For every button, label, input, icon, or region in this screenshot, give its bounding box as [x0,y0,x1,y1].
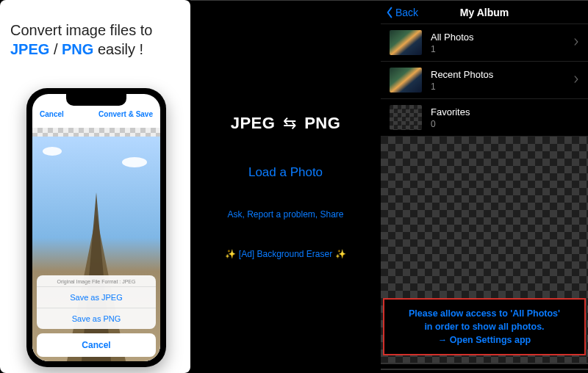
album-row-title: Favorites [431,106,470,117]
album-row-count: 0 [431,119,470,129]
ad-link[interactable]: ✨[Ad] Background Eraser✨ [222,249,349,259]
editor-convert-button[interactable]: Convert & Save [98,110,153,118]
warning-line-2: in order to show all photos. [389,320,580,333]
warning-line-3: → Open Settings app [389,333,580,347]
title-png: PNG [304,114,340,132]
editor-nav: Cancel Convert & Save [32,110,160,118]
back-button[interactable]: Back [385,7,418,18]
sparkle-icon: ✨ [335,249,346,259]
phone-mockup: Cancel Convert & Save Original Image Fil… [26,88,166,367]
marketing-headline: Convert image files to JPEG / PNG easily… [0,0,190,59]
album-list: All Photos1Recent Photos1Favorites0 [381,24,588,137]
album-row-count: 1 [431,44,474,54]
action-sheet-title: Original Image File Format : JPEG [37,275,156,286]
album-row-text: Recent Photos1 [431,69,493,92]
phone-notch-icon [66,94,126,106]
chevron-right-icon [573,36,579,49]
action-sheet: Original Image File Format : JPEG Save a… [32,271,160,361]
chevron-left-icon [385,7,394,18]
album-row-title: Recent Photos [431,69,493,80]
headline-jpeg: JPEG [10,41,49,57]
action-sheet-card: Original Image File Format : JPEG Save a… [37,275,156,329]
headline-sep: / [49,41,62,57]
album-nav: Back My Album [381,1,588,24]
album-row[interactable]: Recent Photos1 [381,62,588,99]
marketing-panel: Convert image files to JPEG / PNG easily… [0,0,190,373]
sparkle-icon: ✨ [225,249,236,259]
album-title: My Album [460,7,509,18]
save-as-jpeg-button[interactable]: Save as JPEG [37,286,156,308]
save-as-png-button[interactable]: Save as PNG [37,308,156,329]
cloud-icon [122,157,147,167]
footer-divider [381,363,588,373]
phone-screen: Cancel Convert & Save Original Image Fil… [32,94,160,361]
album-row[interactable]: All Photos1 [381,24,588,62]
chevron-right-icon [573,73,579,87]
headline-text-post: easily ! [93,41,143,57]
permission-warning[interactable]: Please allow access to 'All Photos' in o… [383,298,586,355]
swap-arrows-icon: ⇆ [283,114,297,132]
headline-png: PNG [62,41,93,57]
album-row-text: Favorites0 [431,106,470,129]
album-row[interactable]: Favorites0 [381,99,588,137]
cloud-icon [43,147,62,156]
album-thumbnail-photo-icon [390,30,422,55]
warning-line-1: Please allow access to 'All Photos' [389,307,580,320]
back-label: Back [395,7,418,18]
ad-text: [Ad] Background Eraser [239,249,332,259]
album-thumbnail-photo-icon [390,68,422,93]
app-home-panel: JPEG ⇆ PNG Load a Photo Ask, Report a pr… [190,0,381,373]
load-photo-button[interactable]: Load a Photo [248,165,323,180]
editor-cancel-button[interactable]: Cancel [40,110,64,118]
album-thumbnail-empty-icon [390,105,422,130]
headline-text-pre: Convert image files to [10,22,152,38]
album-row-text: All Photos1 [431,32,474,54]
album-row-count: 1 [431,82,493,92]
album-row-title: All Photos [431,32,474,43]
app-title: JPEG ⇆ PNG [231,114,341,133]
album-picker-panel: Back My Album All Photos1Recent Photos1F… [381,0,588,373]
action-sheet-cancel-button[interactable]: Cancel [37,333,156,357]
title-jpeg: JPEG [231,114,276,132]
support-links[interactable]: Ask, Report a problem, Share [227,209,343,220]
